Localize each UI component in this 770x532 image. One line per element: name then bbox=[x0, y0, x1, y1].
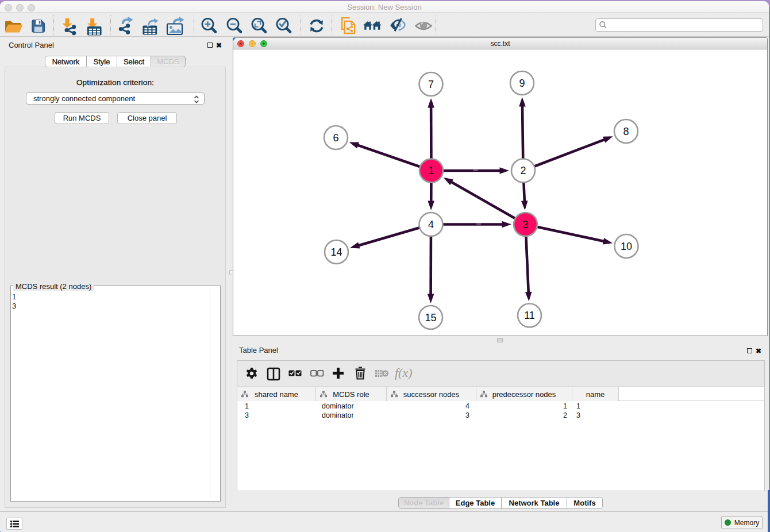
svg-text:4: 4 bbox=[428, 219, 434, 230]
svg-text:14: 14 bbox=[330, 246, 342, 258]
svg-text:8: 8 bbox=[623, 126, 629, 137]
svg-text:9: 9 bbox=[519, 78, 525, 89]
svg-text:7: 7 bbox=[428, 79, 434, 90]
svg-text:15: 15 bbox=[425, 312, 436, 323]
svg-text:6: 6 bbox=[333, 132, 338, 144]
svg-text:1: 1 bbox=[428, 165, 434, 176]
svg-text:3: 3 bbox=[522, 219, 528, 230]
svg-text:10: 10 bbox=[621, 241, 632, 252]
svg-text:11: 11 bbox=[524, 310, 535, 321]
svg-text:2: 2 bbox=[520, 165, 526, 176]
